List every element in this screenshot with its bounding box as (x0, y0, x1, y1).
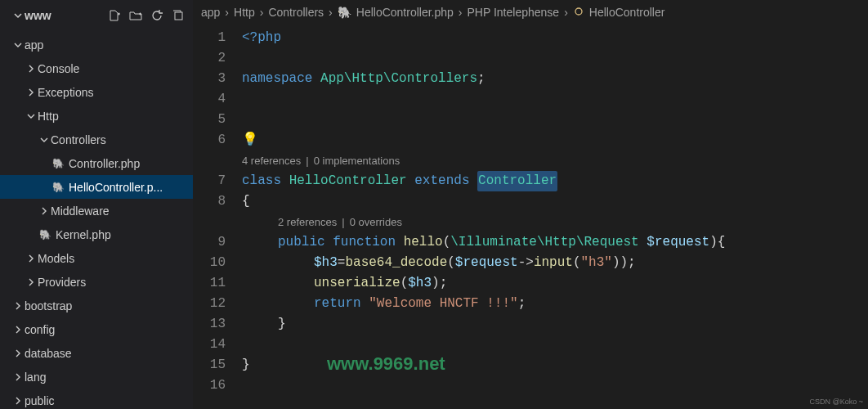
chevron-right-icon (25, 276, 38, 289)
code-line[interactable] (242, 48, 868, 69)
chevron-right-icon (11, 323, 25, 336)
tree-folder-database[interactable]: database (0, 341, 193, 365)
tree-folder-public[interactable]: public (0, 389, 193, 409)
chevron-down-icon[interactable] (11, 9, 25, 22)
line-number: 1 (193, 28, 226, 48)
svg-rect-0 (175, 12, 182, 20)
code-line[interactable]: { (242, 191, 868, 212)
tree-file-controller[interactable]: 🐘 Controller.php (0, 151, 193, 175)
tree-label: config (25, 323, 55, 336)
chevron-right-icon (11, 394, 25, 407)
tree-label: HelloController.p... (69, 181, 163, 194)
code-line[interactable]: <?php (242, 28, 868, 48)
code-line[interactable]: $h3 = base64_decode($request->input("h3"… (242, 253, 868, 273)
tree-label: Kernel.php (56, 228, 111, 241)
chevron-right-icon (11, 299, 25, 312)
tree-folder-http[interactable]: Http (0, 104, 193, 128)
code-line[interactable]: } (242, 314, 868, 335)
breadcrumb-segment[interactable]: app (201, 6, 220, 19)
refresh-icon[interactable] (147, 6, 167, 25)
line-number: 14 (193, 335, 226, 355)
breadcrumb-segment[interactable]: Http (234, 6, 255, 19)
code-editor[interactable]: 1 2 3 4 5 6 7 8 9 10 11 12 13 14 15 16 <… (193, 25, 868, 409)
tree-folder-lang[interactable]: lang (0, 365, 193, 389)
chevron-right-icon (38, 204, 51, 218)
chevron-right-icon: › (327, 6, 334, 19)
chevron-right-icon (11, 371, 25, 384)
chevron-down-icon (25, 110, 38, 123)
tree-folder-providers[interactable]: Providers (0, 270, 193, 294)
line-number: 10 (193, 253, 226, 273)
breadcrumb-segment[interactable]: HelloController (589, 6, 665, 19)
code-content[interactable]: <?php namespace App\Http\Controllers; 💡 … (242, 28, 868, 409)
tree-label: Console (38, 62, 79, 75)
tree-folder-app[interactable]: app (0, 33, 193, 56)
line-number: 13 (193, 314, 226, 335)
explorer-root-label: www (25, 9, 105, 22)
line-number: 12 (193, 294, 226, 314)
chevron-right-icon (25, 86, 38, 99)
tree-folder-models[interactable]: Models (0, 246, 193, 270)
tree-label: lang (25, 371, 46, 384)
editor-pane: app › Http › Controllers › 🐘 HelloContro… (193, 0, 868, 409)
chevron-right-icon (25, 252, 38, 265)
collapse-all-icon[interactable] (168, 6, 188, 25)
tree-folder-exceptions[interactable]: Exceptions (0, 80, 193, 104)
chevron-right-icon (25, 62, 38, 75)
tree-folder-middleware[interactable]: Middleware (0, 199, 193, 222)
breadcrumb-segment[interactable]: PHP Intelephense (468, 6, 560, 19)
line-number (193, 212, 226, 232)
tree-folder-console[interactable]: Console (0, 56, 193, 80)
code-line[interactable] (242, 375, 868, 396)
tree-label: bootstrap (25, 299, 72, 312)
line-number: 2 (193, 48, 226, 69)
chevron-right-icon: › (258, 6, 266, 19)
code-line[interactable] (242, 110, 868, 130)
line-number: 16 (193, 375, 226, 396)
explorer-header: www (0, 0, 193, 31)
tree-label: app (25, 38, 43, 52)
code-line[interactable] (242, 89, 868, 110)
lightbulb-icon[interactable]: 💡 (242, 130, 258, 151)
line-number-gutter: 1 2 3 4 5 6 7 8 9 10 11 12 13 14 15 16 (193, 28, 242, 409)
tree-label: public (25, 394, 55, 407)
line-number: 9 (193, 232, 226, 253)
tree-folder-controllers[interactable]: Controllers (0, 128, 193, 151)
line-number: 3 (193, 69, 226, 89)
chevron-right-icon: › (223, 6, 230, 19)
tree-label: Providers (38, 276, 86, 289)
code-line[interactable]: public function hello(\Illuminate\Http\R… (242, 232, 868, 253)
line-number: 11 (193, 273, 226, 294)
codelens-method[interactable]: 2 references|0 overrides (242, 212, 868, 232)
code-line[interactable] (242, 335, 868, 355)
code-line[interactable]: unserialize($h3); (242, 273, 868, 294)
tree-folder-bootstrap[interactable]: bootstrap (0, 294, 193, 317)
php-file-icon: 🐘 (51, 156, 65, 171)
tree-label: Middleware (51, 204, 110, 218)
new-folder-icon[interactable] (126, 6, 145, 25)
tree-file-hellocontroller[interactable]: 🐘 HelloController.p... (0, 175, 193, 199)
breadcrumb-segment[interactable]: HelloController.php (356, 6, 454, 19)
line-number: 15 (193, 355, 226, 375)
line-number: 6 (193, 130, 226, 151)
line-number: 4 (193, 89, 226, 110)
breadcrumb-segment[interactable]: Controllers (268, 6, 324, 19)
file-explorer: www app Console Exceptions Http Controll… (0, 0, 193, 409)
code-line[interactable]: return "Welcome HNCTF !!!"; (242, 294, 868, 314)
tree-label: database (25, 347, 72, 360)
code-line[interactable]: 💡 (242, 130, 868, 151)
chevron-right-icon: › (457, 6, 464, 19)
tree-label: Models (38, 252, 74, 265)
explorer-actions (105, 6, 188, 25)
code-line[interactable]: class HelloController extends Controller (242, 171, 868, 191)
tree-folder-config[interactable]: config (0, 317, 193, 341)
file-tree: app Console Exceptions Http Controllers … (0, 31, 193, 409)
tree-file-kernel[interactable]: 🐘 Kernel.php (0, 222, 193, 246)
chevron-right-icon (11, 347, 25, 360)
breadcrumb[interactable]: app › Http › Controllers › 🐘 HelloContro… (193, 0, 868, 25)
code-line[interactable]: namespace App\Http\Controllers; (242, 69, 868, 89)
codelens-class[interactable]: 4 references|0 implementations (242, 151, 868, 171)
new-file-icon[interactable] (105, 6, 124, 25)
class-symbol-icon (573, 6, 584, 20)
code-line[interactable]: } (242, 355, 868, 375)
